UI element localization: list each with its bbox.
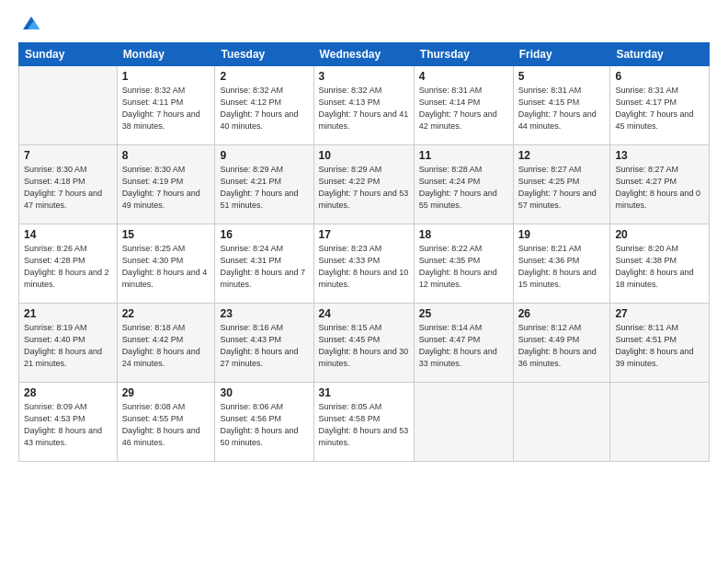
day-info: Sunrise: 8:29 AMSunset: 4:21 PMDaylight:… — [220, 164, 308, 212]
calendar-cell: 18Sunrise: 8:22 AMSunset: 4:35 PMDayligh… — [414, 224, 513, 304]
calendar-cell: 27Sunrise: 8:11 AMSunset: 4:51 PMDayligh… — [610, 304, 710, 383]
day-info: Sunrise: 8:24 AMSunset: 4:31 PMDaylight:… — [220, 243, 308, 291]
calendar-cell: 9Sunrise: 8:29 AMSunset: 4:21 PMDaylight… — [215, 145, 313, 224]
day-info: Sunrise: 8:28 AMSunset: 4:24 PMDaylight:… — [419, 164, 508, 212]
calendar-cell: 4Sunrise: 8:31 AMSunset: 4:14 PMDaylight… — [414, 66, 513, 145]
day-info: Sunrise: 8:32 AMSunset: 4:13 PMDaylight:… — [319, 85, 409, 132]
day-number: 1 — [122, 70, 210, 83]
calendar-cell: 2Sunrise: 8:32 AMSunset: 4:12 PMDaylight… — [215, 66, 313, 145]
weekday-saturday: Saturday — [610, 43, 710, 66]
day-number: 24 — [319, 307, 409, 320]
calendar-cell — [610, 383, 710, 462]
day-info: Sunrise: 8:14 AMSunset: 4:47 PMDaylight:… — [419, 322, 508, 370]
logo-icon — [21, 13, 41, 33]
header — [18, 17, 710, 33]
day-number: 10 — [319, 149, 409, 162]
day-number: 7 — [24, 149, 112, 162]
calendar-cell: 25Sunrise: 8:14 AMSunset: 4:47 PMDayligh… — [414, 304, 513, 383]
weekday-monday: Monday — [117, 43, 215, 66]
calendar-cell: 13Sunrise: 8:27 AMSunset: 4:27 PMDayligh… — [610, 145, 710, 224]
day-number: 31 — [319, 386, 409, 399]
day-number: 23 — [220, 307, 308, 320]
day-number: 11 — [419, 149, 508, 162]
calendar-cell: 29Sunrise: 8:08 AMSunset: 4:55 PMDayligh… — [117, 383, 215, 462]
day-info: Sunrise: 8:31 AMSunset: 4:14 PMDaylight:… — [419, 85, 508, 132]
weekday-sunday: Sunday — [19, 43, 118, 66]
day-info: Sunrise: 8:21 AMSunset: 4:36 PMDaylight:… — [518, 243, 606, 291]
day-info: Sunrise: 8:12 AMSunset: 4:49 PMDaylight:… — [518, 322, 606, 370]
day-number: 28 — [24, 386, 112, 399]
day-number: 8 — [122, 149, 210, 162]
day-number: 17 — [319, 228, 409, 241]
day-number: 26 — [518, 307, 606, 320]
day-number: 22 — [122, 307, 210, 320]
day-info: Sunrise: 8:31 AMSunset: 4:15 PMDaylight:… — [518, 85, 606, 132]
week-row-2: 7Sunrise: 8:30 AMSunset: 4:18 PMDaylight… — [19, 145, 710, 224]
weekday-thursday: Thursday — [414, 43, 513, 66]
day-info: Sunrise: 8:09 AMSunset: 4:53 PMDaylight:… — [24, 401, 112, 449]
day-number: 15 — [122, 228, 210, 241]
calendar-cell: 16Sunrise: 8:24 AMSunset: 4:31 PMDayligh… — [215, 224, 313, 304]
calendar-cell: 10Sunrise: 8:29 AMSunset: 4:22 PMDayligh… — [313, 145, 414, 224]
calendar-cell — [19, 66, 118, 145]
calendar-cell: 17Sunrise: 8:23 AMSunset: 4:33 PMDayligh… — [313, 224, 414, 304]
day-number: 18 — [419, 228, 508, 241]
day-info: Sunrise: 8:20 AMSunset: 4:38 PMDaylight:… — [615, 243, 704, 291]
day-number: 3 — [319, 70, 409, 83]
calendar-cell: 20Sunrise: 8:20 AMSunset: 4:38 PMDayligh… — [610, 224, 710, 304]
calendar-cell: 31Sunrise: 8:05 AMSunset: 4:58 PMDayligh… — [313, 383, 414, 462]
calendar-cell: 5Sunrise: 8:31 AMSunset: 4:15 PMDaylight… — [513, 66, 610, 145]
calendar-cell: 30Sunrise: 8:06 AMSunset: 4:56 PMDayligh… — [215, 383, 313, 462]
day-info: Sunrise: 8:05 AMSunset: 4:58 PMDaylight:… — [319, 401, 409, 449]
calendar-cell: 8Sunrise: 8:30 AMSunset: 4:19 PMDaylight… — [117, 145, 215, 224]
day-info: Sunrise: 8:32 AMSunset: 4:11 PMDaylight:… — [122, 85, 210, 132]
day-number: 29 — [122, 386, 210, 399]
day-number: 2 — [220, 70, 308, 83]
day-number: 20 — [615, 228, 704, 241]
day-number: 25 — [419, 307, 508, 320]
day-number: 12 — [518, 149, 606, 162]
week-row-5: 28Sunrise: 8:09 AMSunset: 4:53 PMDayligh… — [19, 383, 710, 462]
day-info: Sunrise: 8:30 AMSunset: 4:18 PMDaylight:… — [24, 164, 112, 212]
week-row-1: 1Sunrise: 8:32 AMSunset: 4:11 PMDaylight… — [19, 66, 710, 145]
day-info: Sunrise: 8:16 AMSunset: 4:43 PMDaylight:… — [220, 322, 308, 370]
calendar-cell: 11Sunrise: 8:28 AMSunset: 4:24 PMDayligh… — [414, 145, 513, 224]
day-number: 21 — [24, 307, 112, 320]
calendar-cell: 12Sunrise: 8:27 AMSunset: 4:25 PMDayligh… — [513, 145, 610, 224]
day-info: Sunrise: 8:08 AMSunset: 4:55 PMDaylight:… — [122, 401, 210, 449]
day-info: Sunrise: 8:22 AMSunset: 4:35 PMDaylight:… — [419, 243, 508, 291]
day-info: Sunrise: 8:26 AMSunset: 4:28 PMDaylight:… — [24, 243, 112, 291]
logo — [18, 17, 41, 33]
calendar-cell: 14Sunrise: 8:26 AMSunset: 4:28 PMDayligh… — [19, 224, 118, 304]
weekday-friday: Friday — [513, 43, 610, 66]
day-number: 27 — [615, 307, 704, 320]
day-info: Sunrise: 8:29 AMSunset: 4:22 PMDaylight:… — [319, 164, 409, 212]
calendar-cell: 23Sunrise: 8:16 AMSunset: 4:43 PMDayligh… — [215, 304, 313, 383]
calendar-cell: 6Sunrise: 8:31 AMSunset: 4:17 PMDaylight… — [610, 66, 710, 145]
calendar-cell: 26Sunrise: 8:12 AMSunset: 4:49 PMDayligh… — [513, 304, 610, 383]
calendar-cell — [513, 383, 610, 462]
calendar-cell: 1Sunrise: 8:32 AMSunset: 4:11 PMDaylight… — [117, 66, 215, 145]
calendar-cell: 15Sunrise: 8:25 AMSunset: 4:30 PMDayligh… — [117, 224, 215, 304]
day-number: 19 — [518, 228, 606, 241]
calendar-cell: 28Sunrise: 8:09 AMSunset: 4:53 PMDayligh… — [19, 383, 118, 462]
day-number: 4 — [419, 70, 508, 83]
week-row-4: 21Sunrise: 8:19 AMSunset: 4:40 PMDayligh… — [19, 304, 710, 383]
day-number: 9 — [220, 149, 308, 162]
week-row-3: 14Sunrise: 8:26 AMSunset: 4:28 PMDayligh… — [19, 224, 710, 304]
day-number: 5 — [518, 70, 606, 83]
day-info: Sunrise: 8:06 AMSunset: 4:56 PMDaylight:… — [220, 401, 308, 449]
day-number: 14 — [24, 228, 112, 241]
calendar: SundayMondayTuesdayWednesdayThursdayFrid… — [18, 42, 710, 462]
day-number: 6 — [615, 70, 704, 83]
calendar-cell: 3Sunrise: 8:32 AMSunset: 4:13 PMDaylight… — [313, 66, 414, 145]
calendar-cell: 7Sunrise: 8:30 AMSunset: 4:18 PMDaylight… — [19, 145, 118, 224]
day-info: Sunrise: 8:19 AMSunset: 4:40 PMDaylight:… — [24, 322, 112, 370]
weekday-tuesday: Tuesday — [215, 43, 313, 66]
page: SundayMondayTuesdayWednesdayThursdayFrid… — [0, 0, 728, 563]
day-info: Sunrise: 8:30 AMSunset: 4:19 PMDaylight:… — [122, 164, 210, 212]
day-info: Sunrise: 8:15 AMSunset: 4:45 PMDaylight:… — [319, 322, 409, 370]
calendar-cell: 19Sunrise: 8:21 AMSunset: 4:36 PMDayligh… — [513, 224, 610, 304]
calendar-cell: 24Sunrise: 8:15 AMSunset: 4:45 PMDayligh… — [313, 304, 414, 383]
day-number: 30 — [220, 386, 308, 399]
